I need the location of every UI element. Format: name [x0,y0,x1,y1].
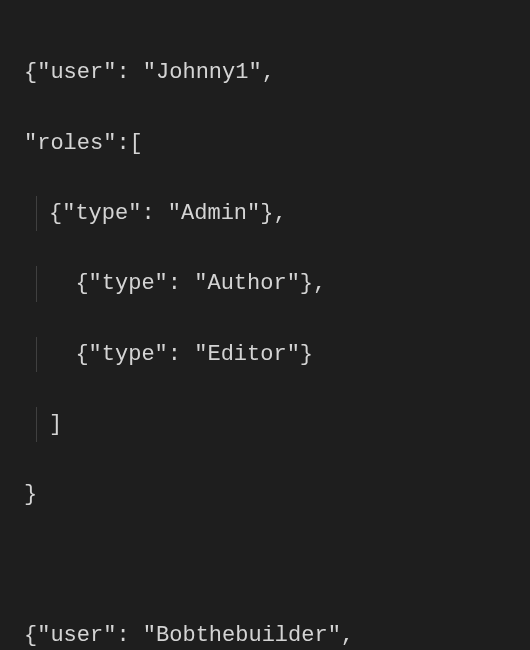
code-line [24,548,506,583]
code-line: {"type": "Author"}, [24,266,506,301]
code-line: "roles":[ [24,126,506,161]
code-line: {"user": "Bobthebuilder", [24,618,506,650]
code-line: {"user": "Johnny1", [24,55,506,90]
code-line: {"type": "Editor"} [24,337,506,372]
code-line: ] [24,407,506,442]
code-line: {"type": "Admin"}, [24,196,506,231]
code-block: {"user": "Johnny1", "roles":[ {"type": "… [24,20,506,650]
code-line: } [24,477,506,512]
